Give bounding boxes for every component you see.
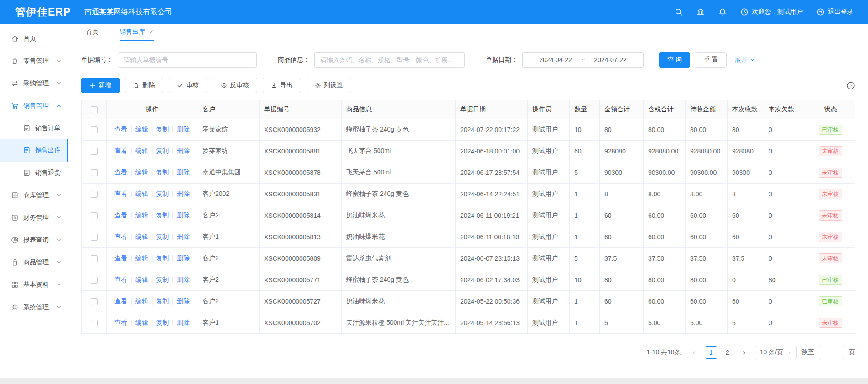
unaudit-button[interactable]: 反审核	[213, 78, 257, 93]
action-separator: |	[151, 190, 153, 197]
sidebar-item-purchase[interactable]: 采购管理	[0, 72, 68, 95]
help-icon[interactable]: ?	[847, 81, 855, 90]
edit-link[interactable]: 编辑	[135, 190, 148, 197]
delete-button[interactable]: 删除	[125, 78, 163, 93]
delete-link[interactable]: 删除	[177, 297, 190, 305]
sidebar-item-retail[interactable]: 零售管理	[0, 50, 68, 72]
row-checkbox[interactable]	[91, 277, 98, 284]
delete-link[interactable]: 删除	[177, 319, 190, 326]
add-button[interactable]: 新增	[81, 78, 120, 93]
edit-link[interactable]: 编辑	[135, 126, 148, 133]
delete-link[interactable]: 删除	[177, 126, 190, 133]
reset-button[interactable]: 重 置	[696, 52, 727, 68]
edit-link[interactable]: 编辑	[135, 211, 148, 219]
edit-link[interactable]: 编辑	[135, 168, 148, 176]
sidebar-item-sales-outbound[interactable]: 销售出库	[0, 139, 68, 162]
page-size-select[interactable]: 10 条/页	[755, 346, 797, 359]
next-page-button[interactable]: ›	[738, 346, 750, 359]
view-link[interactable]: 查看	[114, 126, 127, 133]
product-info-input[interactable]	[314, 52, 465, 68]
row-checkbox[interactable]	[91, 126, 98, 133]
row-checkbox[interactable]	[91, 234, 98, 241]
view-link[interactable]: 查看	[114, 319, 127, 326]
copy-link[interactable]: 复制	[156, 211, 169, 219]
audit-button[interactable]: 审核	[169, 78, 207, 93]
edit-link[interactable]: 编辑	[135, 147, 148, 154]
sidebar-item-warehouse[interactable]: 仓库管理	[0, 184, 68, 206]
copy-link[interactable]: 复制	[156, 297, 169, 305]
row-checkbox[interactable]	[91, 255, 98, 262]
bell-icon[interactable]	[718, 8, 727, 16]
date-to[interactable]: 2024-07-22	[594, 56, 627, 63]
edit-link[interactable]: 编辑	[135, 319, 148, 326]
delete-link[interactable]: 删除	[177, 168, 190, 176]
copy-link[interactable]: 复制	[156, 319, 169, 326]
copy-link[interactable]: 复制	[156, 233, 169, 240]
checkbox-cell	[82, 119, 107, 141]
welcome-user[interactable]: 欢迎您，测试用户	[740, 8, 803, 16]
sidebar-item-basic[interactable]: 基本资料	[0, 274, 68, 296]
view-link[interactable]: 查看	[114, 190, 127, 197]
edit-link[interactable]: 编辑	[135, 233, 148, 240]
sidebar-item-sales-order[interactable]: 销售订单	[0, 117, 68, 139]
copy-link[interactable]: 复制	[156, 276, 169, 283]
sidebar-item-product[interactable]: 商品管理	[0, 251, 68, 274]
order-no-cell: XSCK00000005727	[260, 291, 342, 312]
order-no-input[interactable]	[118, 52, 257, 68]
view-link[interactable]: 查看	[114, 297, 127, 305]
row-checkbox[interactable]	[91, 191, 98, 198]
delete-link[interactable]: 删除	[177, 276, 190, 283]
logout-button[interactable]: 退出登录	[816, 8, 853, 16]
columns-button[interactable]: 列设置	[307, 78, 351, 93]
view-link[interactable]: 查看	[114, 147, 127, 154]
expand-link[interactable]: 展开	[735, 56, 755, 64]
row-checkbox[interactable]	[91, 212, 98, 219]
search-button[interactable]: 查 询	[659, 52, 690, 68]
delete-link[interactable]: 删除	[177, 254, 190, 262]
row-checkbox[interactable]	[91, 298, 98, 305]
export-button[interactable]: 导出	[263, 78, 301, 93]
copy-link[interactable]: 复制	[156, 254, 169, 262]
action-separator: |	[172, 126, 174, 133]
jump-page-input[interactable]	[819, 346, 844, 359]
prev-page-button[interactable]: ‹	[688, 346, 700, 359]
view-link[interactable]: 查看	[114, 233, 127, 240]
view-link[interactable]: 查看	[114, 168, 127, 176]
select-all-checkbox[interactable]	[91, 106, 98, 113]
edit-link[interactable]: 编辑	[135, 276, 148, 283]
row-checkbox[interactable]	[91, 169, 98, 176]
date-range-picker[interactable]: 2024-04-22 ~ 2024-07-22	[522, 52, 644, 68]
filter-bar: 单据编号： 商品信息： 单据日期： 2024-04-22 ~ 2024-07-2…	[81, 52, 855, 68]
tab-home[interactable]: 首页	[86, 24, 99, 41]
edit-link[interactable]: 编辑	[135, 297, 148, 305]
tab-sales-outbound[interactable]: 销售出库	[120, 24, 154, 41]
sidebar-item-home[interactable]: 首页	[0, 27, 68, 50]
sidebar-item-label: 财务管理	[23, 214, 49, 222]
view-link[interactable]: 查看	[114, 254, 127, 262]
copy-link[interactable]: 复制	[156, 147, 169, 154]
copy-link[interactable]: 复制	[156, 126, 169, 133]
row-checkbox[interactable]	[91, 148, 98, 155]
delete-link[interactable]: 删除	[177, 211, 190, 219]
page-button-1[interactable]: 1	[705, 346, 717, 359]
delete-link[interactable]: 删除	[177, 190, 190, 197]
delete-link[interactable]: 删除	[177, 147, 190, 154]
search-icon[interactable]	[675, 8, 683, 16]
sidebar-item-report[interactable]: 报表查询	[0, 229, 68, 251]
sidebar-item-sales[interactable]: 销售管理	[0, 95, 68, 117]
row-checkbox[interactable]	[91, 320, 98, 326]
delete-link[interactable]: 删除	[177, 233, 190, 240]
copy-link[interactable]: 复制	[156, 190, 169, 197]
date-from[interactable]: 2024-04-22	[539, 56, 572, 63]
edit-link[interactable]: 编辑	[135, 254, 148, 262]
page-button-2[interactable]: 2	[721, 346, 734, 359]
copy-link[interactable]: 复制	[156, 168, 169, 176]
sidebar-item-sales-return[interactable]: 销售退货	[0, 162, 68, 184]
sidebar-item-system[interactable]: 系统管理	[0, 296, 68, 318]
bank-icon[interactable]	[696, 8, 705, 16]
view-link[interactable]: 查看	[114, 276, 127, 283]
view-link[interactable]: 查看	[114, 211, 127, 219]
sidebar-item-finance[interactable]: ¥财务管理	[0, 206, 68, 229]
owed-cell: 0	[764, 248, 806, 269]
svg-text:¥: ¥	[13, 216, 16, 220]
